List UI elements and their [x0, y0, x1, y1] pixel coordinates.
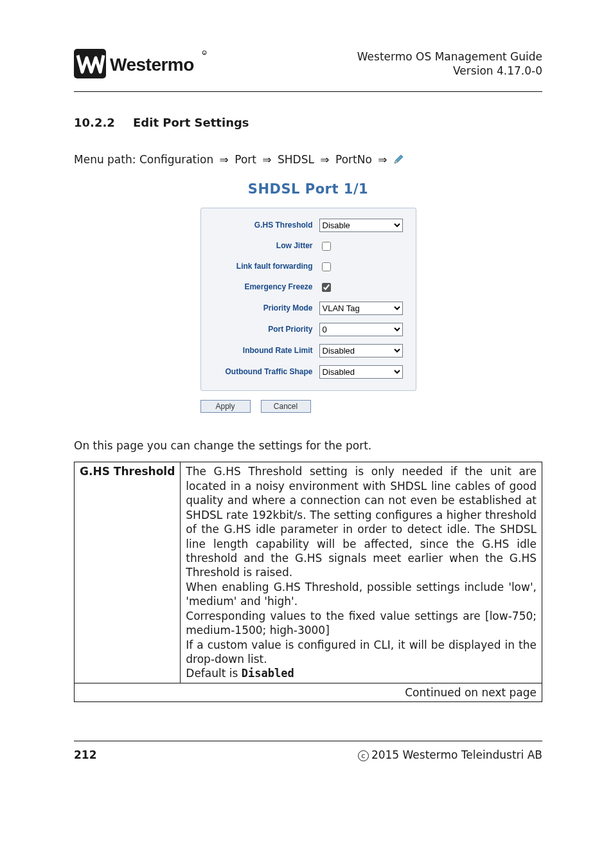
breadcrumb: Menu path: Configuration ⇒ Port ⇒ SHDSL …	[74, 152, 542, 167]
doc-title: Westermo OS Management Guide	[357, 50, 542, 64]
settings-panel: G.HS Threshold Disable Low Jitter Link f…	[200, 208, 416, 391]
breadcrumb-part: Configuration	[139, 153, 213, 166]
breadcrumb-arrow-icon: ⇒	[217, 153, 231, 166]
svg-text:R: R	[203, 52, 205, 55]
outbound-traffic-shape-select[interactable]: Disabled	[319, 365, 403, 379]
table-row: G.HS Threshold The G.HS Threshold settin…	[75, 462, 542, 683]
apply-button[interactable]: Apply	[200, 400, 251, 413]
continued-label: Continued on next page	[75, 683, 542, 701]
doc-version: Version 4.17.0-0	[357, 64, 542, 78]
header-rule	[74, 91, 542, 92]
inbound-rate-limit-select[interactable]: Disabled	[319, 344, 403, 357]
priority-mode-label: Priority Mode	[210, 304, 319, 313]
section-heading: 10.2.2 Edit Port Settings	[74, 115, 542, 131]
breadcrumb-arrow-icon: ⇒	[375, 153, 389, 166]
copyright: c2015 Westermo Teleindustri AB	[358, 748, 542, 762]
section-title: Edit Port Settings	[133, 116, 249, 129]
ghs-threshold-select[interactable]: Disable	[319, 219, 403, 232]
port-priority-select[interactable]: 0	[319, 323, 403, 336]
table-row: Continued on next page	[75, 683, 542, 701]
breadcrumb-arrow-icon: ⇒	[317, 153, 332, 166]
row-header: G.HS Threshold	[75, 462, 181, 683]
copyright-icon: c	[358, 750, 369, 761]
priority-mode-select[interactable]: VLAN Tag	[319, 302, 403, 315]
footer-rule	[74, 741, 542, 741]
breadcrumb-part: Port	[235, 153, 256, 166]
section-number: 10.2.2	[74, 115, 115, 131]
breadcrumb-arrow-icon: ⇒	[260, 153, 274, 166]
breadcrumb-prefix: Menu path:	[74, 153, 136, 166]
link-fault-checkbox[interactable]	[322, 262, 331, 271]
page-description: On this page you can change the settings…	[74, 439, 542, 453]
ghs-threshold-label: G.HS Threshold	[210, 221, 319, 230]
cancel-button[interactable]: Cancel	[261, 400, 311, 413]
inbound-rate-limit-label: Inbound Rate Limit	[210, 347, 319, 356]
outbound-traffic-shape-label: Outbound Traffic Shape	[210, 368, 319, 377]
breadcrumb-part: PortNo	[335, 153, 372, 166]
breadcrumb-part: SHDSL	[278, 153, 314, 166]
svg-text:Westermo: Westermo	[110, 55, 194, 75]
port-priority-label: Port Priority	[210, 325, 319, 334]
low-jitter-label: Low Jitter	[210, 242, 319, 251]
emergency-freeze-checkbox[interactable]	[322, 283, 331, 292]
pencil-icon	[393, 153, 405, 166]
link-fault-label: Link fault forwarding	[210, 262, 319, 271]
page-number: 212	[74, 748, 97, 762]
settings-table: G.HS Threshold The G.HS Threshold settin…	[74, 462, 542, 702]
low-jitter-checkbox[interactable]	[322, 242, 331, 251]
row-body: The G.HS Threshold setting is only neede…	[181, 462, 542, 683]
emergency-freeze-label: Emergency Freeze	[210, 283, 319, 292]
form-title: SHDSL Port 1/1	[248, 181, 368, 199]
brand-logo: Westermo R	[74, 46, 209, 81]
